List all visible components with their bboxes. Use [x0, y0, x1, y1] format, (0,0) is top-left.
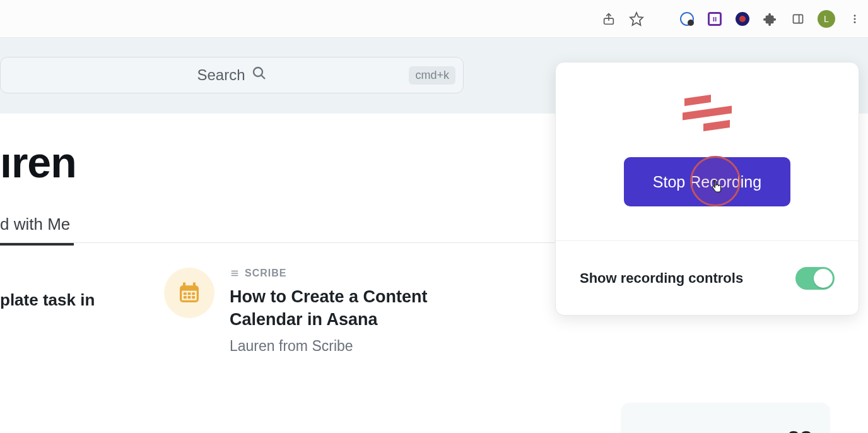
calendar-icon — [164, 268, 214, 318]
page-body: Search cmd+k ıren d with Me plate task i… — [0, 38, 868, 433]
svg-line-8 — [261, 75, 265, 79]
tab-underline — [0, 242, 593, 243]
stat-value: 23 — [787, 427, 812, 433]
extension-record-icon[interactable] — [734, 11, 751, 27]
card-author: Lauren from Scribe — [230, 338, 495, 355]
profile-avatar[interactable]: L — [818, 10, 835, 28]
svg-rect-10 — [183, 282, 185, 287]
svg-rect-14 — [188, 292, 191, 295]
svg-point-6 — [854, 21, 856, 23]
scribe-card[interactable]: SCRIBE How to Create a Content Calendar … — [164, 268, 495, 355]
scribe-logo-icon — [683, 97, 732, 129]
card-title: How to Create a Content Calendar in Asan… — [230, 285, 495, 331]
card-type-label: SCRIBE — [230, 268, 495, 279]
show-controls-toggle[interactable] — [795, 267, 835, 290]
svg-rect-13 — [184, 292, 187, 295]
show-controls-label: Show recording controls — [580, 270, 743, 287]
scribe-extension-popup: Stop Recording Show recording controls — [555, 62, 859, 316]
svg-rect-18 — [192, 296, 195, 299]
svg-rect-15 — [192, 292, 195, 295]
card-title-fragment-left[interactable]: plate task in — [0, 290, 95, 310]
share-icon[interactable] — [601, 11, 617, 27]
svg-point-5 — [854, 18, 856, 20]
stat-label: Total Claps — [638, 431, 717, 434]
avatar-initial: L — [824, 14, 829, 24]
svg-rect-11 — [193, 282, 196, 287]
svg-point-7 — [254, 68, 262, 76]
search-placeholder: Search — [197, 66, 245, 84]
stop-recording-button[interactable]: Stop Recording — [624, 157, 790, 206]
bookmark-star-icon[interactable] — [628, 11, 645, 27]
extensions-puzzle-icon[interactable] — [762, 11, 778, 27]
svg-rect-2 — [794, 15, 803, 23]
search-shortcut-hint: cmd+k — [409, 66, 455, 85]
svg-point-4 — [854, 15, 856, 16]
search-input[interactable]: Search cmd+k — [0, 57, 464, 93]
overflow-menu-icon[interactable] — [847, 11, 863, 27]
tab-shared-with-me[interactable]: d with Me — [0, 215, 74, 246]
extension-loom-icon[interactable] — [679, 11, 695, 27]
svg-rect-12 — [182, 291, 196, 300]
search-icon — [252, 66, 267, 85]
toggle-knob — [814, 269, 833, 288]
extension-purple-icon[interactable]: ıı — [707, 11, 723, 27]
page-title: ıren — [0, 138, 76, 187]
side-panel-icon[interactable] — [790, 11, 806, 27]
popup-bottom-section: Show recording controls — [556, 240, 859, 315]
svg-rect-16 — [184, 296, 187, 299]
svg-marker-1 — [630, 13, 643, 25]
total-claps-card: Total Claps 23 — [621, 403, 830, 433]
svg-rect-17 — [188, 296, 191, 299]
popup-top-section: Stop Recording — [556, 62, 859, 240]
browser-toolbar: ıı L — [0, 0, 868, 38]
